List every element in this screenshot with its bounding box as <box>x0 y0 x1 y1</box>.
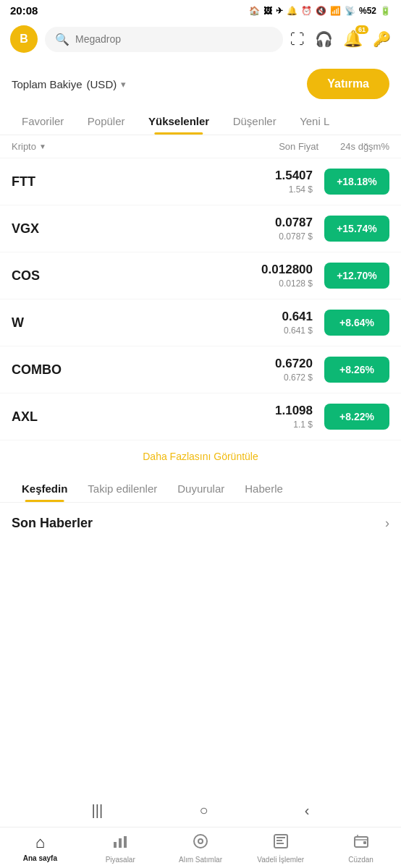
crypto-row-right: 0.012800 0.0128 $ +12.70% <box>261 263 389 289</box>
col-crypto-header: Kripto ▼ <box>12 141 46 152</box>
nav-label-cuzdan: Cüzdan <box>348 856 373 864</box>
headphone-icon[interactable]: 🎧 <box>315 30 333 48</box>
status-time: 20:08 <box>10 4 38 17</box>
balance-label[interactable]: Toplam Bakiye (USD) ▾ <box>12 78 126 90</box>
change-badge: +18.18% <box>324 169 389 195</box>
nav-vadeli[interactable]: Vadeli İşlemler <box>240 833 321 864</box>
svg-rect-8 <box>277 840 282 841</box>
tab-duyurular[interactable]: Duyurular <box>167 475 235 502</box>
search-icon: 🔍 <box>55 33 69 46</box>
change-badge: +12.70% <box>324 263 389 289</box>
crypto-row-right: 1.1098 1.1 $ +8.22% <box>275 404 389 430</box>
change-badge: +8.64% <box>324 310 389 336</box>
price-block: 0.012800 0.0128 $ <box>261 263 313 289</box>
signal-icon: 📡 <box>345 6 355 16</box>
tab-favoriler[interactable]: Favoriler <box>12 108 74 135</box>
back-button[interactable]: ‹ <box>305 802 310 819</box>
header-icons: ⛶ 🎧 🔔 61 🔑 <box>290 30 391 48</box>
wifi-icon: 📶 <box>330 6 341 16</box>
col-right-headers: Son Fiyat 24s dğşm% <box>279 141 389 152</box>
svg-point-5 <box>199 840 202 843</box>
svg-rect-9 <box>277 843 284 844</box>
svg-rect-11 <box>363 841 366 844</box>
crypto-row-right: 0.641 0.641 $ +8.64% <box>282 310 389 336</box>
crypto-row[interactable]: FTT 1.5407 1.54 $ +18.18% <box>0 158 401 205</box>
news-arrow-icon[interactable]: › <box>385 516 389 531</box>
price-block: 1.1098 1.1 $ <box>275 404 313 430</box>
deposit-button[interactable]: Yatırma <box>307 69 389 99</box>
crypto-row[interactable]: VGX 0.0787 0.0787 $ +15.74% <box>0 205 401 252</box>
wallet-icon <box>353 833 369 854</box>
send-icon: ✈ <box>276 6 283 16</box>
image-icon: 🖼 <box>263 6 272 16</box>
svg-rect-2 <box>124 836 127 848</box>
crypto-name: FTT <box>12 174 35 190</box>
binance-logo[interactable]: B <box>10 25 38 53</box>
status-bar: 20:08 🏠 🖼 ✈ 🔔 ⏰ 🔇 📶 📡 %52 🔋 <box>0 0 401 20</box>
nav-anasayfa[interactable]: ⌂ Ana sayfa <box>0 833 80 864</box>
menu-button[interactable]: ||| <box>92 802 104 819</box>
balance-row: Toplam Bakiye (USD) ▾ Yatırma <box>0 59 401 108</box>
notification-badge: 61 <box>355 25 368 34</box>
nav-label-piyasalar: Piyasalar <box>106 856 135 864</box>
trade-icon <box>193 833 208 854</box>
balance-chevron: ▾ <box>121 79 126 90</box>
crypto-row[interactable]: AXL 1.1098 1.1 $ +8.22% <box>0 393 401 441</box>
house-icon: 🏠 <box>249 6 260 16</box>
home-button[interactable]: ○ <box>199 802 208 819</box>
key-icon[interactable]: 🔑 <box>373 30 391 48</box>
tab-populer[interactable]: Popüler <box>77 108 135 135</box>
markets-icon <box>112 833 128 854</box>
battery-text: %52 <box>359 6 376 16</box>
change-badge: +8.26% <box>324 357 389 383</box>
price-block: 0.6720 0.672 $ <box>275 357 313 383</box>
discover-tabs: Keşfedin Takip edilenler Duyurular Haber… <box>0 475 401 503</box>
crypto-name: COMBO <box>12 362 62 378</box>
header: B 🔍 ⛶ 🎧 🔔 61 🔑 <box>0 20 401 59</box>
crypto-name: COS <box>12 268 40 284</box>
crypto-row-right: 1.5407 1.54 $ +18.18% <box>275 169 389 195</box>
nav-label-alimsatim: Alım Satımlar <box>179 856 222 864</box>
lock-icon: 🔔 <box>287 6 297 16</box>
tab-yukselenler[interactable]: Yükselenler <box>138 108 219 135</box>
svg-rect-1 <box>119 838 122 848</box>
crypto-row-right: 0.6720 0.672 $ +8.26% <box>275 357 389 383</box>
price-block: 0.0787 0.0787 $ <box>275 216 313 242</box>
nav-cuzdan[interactable]: Cüzdan <box>321 833 401 864</box>
crypto-name: VGX <box>12 221 39 237</box>
news-section-title: Son Haberler <box>12 516 93 531</box>
bell-icon[interactable]: 🔔 61 <box>343 30 363 48</box>
search-input[interactable] <box>75 33 273 45</box>
svg-rect-7 <box>277 837 285 838</box>
nav-label-vadeli: Vadeli İşlemler <box>257 856 304 864</box>
battery-icon: 🔋 <box>380 6 391 16</box>
alarm-icon: ⏰ <box>301 6 312 16</box>
search-bar[interactable]: 🔍 <box>45 27 283 52</box>
tab-kesfedin[interactable]: Keşfedin <box>12 475 77 502</box>
filter-icon: ▼ <box>39 142 46 150</box>
tab-haberler[interactable]: Haberle <box>235 475 293 502</box>
expand-icon[interactable]: ⛶ <box>290 31 305 48</box>
bottom-nav: ⌂ Ana sayfa Piyasalar Alım Satımlar <box>0 827 401 868</box>
crypto-row[interactable]: W 0.641 0.641 $ +8.64% <box>0 299 401 346</box>
market-tabs: Favoriler Popüler Yükselenler Düşenler Y… <box>0 108 401 135</box>
tab-takip[interactable]: Takip edilenler <box>77 475 167 502</box>
crypto-name: AXL <box>12 409 38 425</box>
tab-dusenler[interactable]: Düşenler <box>223 108 287 135</box>
price-block: 1.5407 1.54 $ <box>275 169 313 195</box>
system-nav-bar: ||| ○ ‹ <box>0 796 401 825</box>
svg-rect-0 <box>114 842 117 848</box>
change-badge: +15.74% <box>324 216 389 242</box>
news-section-header: Son Haberler › <box>0 503 401 538</box>
crypto-row[interactable]: COS 0.012800 0.0128 $ +12.70% <box>0 252 401 299</box>
nav-piyasalar[interactable]: Piyasalar <box>80 833 161 864</box>
table-header: Kripto ▼ Son Fiyat 24s dğşm% <box>0 135 401 158</box>
nav-alimsatim[interactable]: Alım Satımlar <box>161 833 241 864</box>
crypto-row[interactable]: COMBO 0.6720 0.672 $ +8.26% <box>0 346 401 393</box>
tab-yeni[interactable]: Yeni L <box>290 108 339 135</box>
crypto-list: FTT 1.5407 1.54 $ +18.18% VGX 0.0787 0.0… <box>0 158 401 441</box>
price-block: 0.641 0.641 $ <box>282 310 313 336</box>
more-link[interactable]: Daha Fazlasını Görüntüle <box>0 441 401 475</box>
home-icon: ⌂ <box>35 833 45 852</box>
crypto-name: W <box>12 315 24 331</box>
